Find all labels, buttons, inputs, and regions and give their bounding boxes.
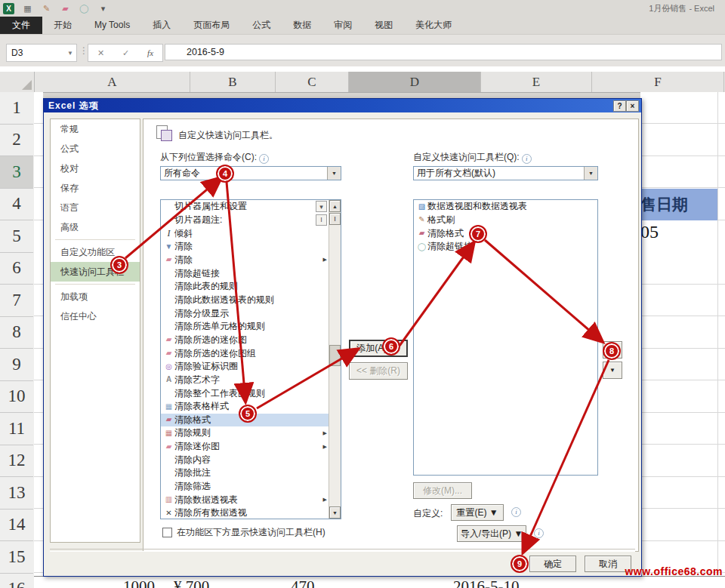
format-painter-icon[interactable]: ✎ [41, 3, 52, 14]
command-清除内容[interactable]: 清除内容 [161, 453, 329, 466]
info-icon[interactable]: i [259, 154, 269, 164]
tab-插入[interactable]: 插入 [141, 17, 182, 34]
column-header-A[interactable]: A [35, 72, 190, 92]
row-header-12[interactable]: 12 [0, 445, 33, 478]
sheet-cells-right[interactable] [640, 92, 725, 588]
show-below-ribbon-checkbox[interactable] [162, 528, 172, 537]
command-清除整个工作表的规则[interactable]: 清除整个工作表的规则 [161, 386, 329, 400]
nav-item-高级[interactable]: 高级 [51, 217, 140, 237]
command-清除所选的迷你图组[interactable]: ▰清除所选的迷你图组 [161, 346, 329, 360]
command-清除艺术字[interactable]: A清除艺术字 [161, 374, 329, 387]
command-切片器属性和设置[interactable]: 切片器属性和设置▾ [161, 200, 329, 214]
move-down-button[interactable]: ▼ [603, 362, 622, 379]
formula-input[interactable]: 2016-5-9 [165, 44, 722, 60]
row-header-11[interactable]: 11 [0, 413, 33, 445]
choose-commands-dropdown[interactable]: 所有命令 ▼ [160, 166, 341, 180]
command-清除超链接[interactable]: 清除超链接 [161, 266, 329, 280]
scroll-down-icon[interactable]: ▼ [329, 506, 341, 519]
info-icon[interactable]: i [511, 507, 521, 517]
tab-美化大师[interactable]: 美化大师 [404, 17, 463, 34]
chevron-down-icon[interactable]: ▼ [584, 167, 597, 180]
select-all-corner[interactable] [0, 72, 35, 92]
clear-hyperlinks-icon[interactable]: ◯ [79, 3, 90, 14]
nav-item-语言[interactable]: 语言 [51, 198, 140, 217]
cancel-icon[interactable]: ✕ [97, 48, 104, 58]
tab-数据[interactable]: 数据 [282, 17, 322, 34]
command-清除验证标识圈[interactable]: ◎清除验证标识圈 [161, 360, 329, 374]
tab-文件[interactable]: 文件 [0, 17, 42, 34]
reset-button[interactable]: 重置(E) ▼ [451, 504, 504, 521]
qat-item-格式刷[interactable]: ✎格式刷 [414, 214, 597, 227]
enter-icon[interactable]: ✓ [122, 48, 129, 58]
row-header-10[interactable]: 10 [0, 381, 33, 414]
command-清除规则[interactable]: ▦清除规则▶ [161, 426, 329, 440]
qat-item-清除超链接[interactable]: ◯清除超链接 [414, 240, 597, 254]
column-header-E[interactable]: E [481, 72, 592, 92]
row-header-15[interactable]: 15 [0, 541, 33, 574]
row-header-14[interactable]: 14 [0, 509, 33, 542]
name-box[interactable]: D3 ▼ [6, 44, 77, 62]
row-header-4[interactable]: 4 [0, 189, 33, 221]
qat-dropdown-icon[interactable]: ▾ [97, 3, 109, 14]
help-icon[interactable]: ? [613, 100, 626, 112]
row-header-9[interactable]: 9 [0, 349, 33, 381]
row-header-16[interactable]: 16 [0, 574, 33, 588]
command-切片器题注:[interactable]: 切片器题注:I [161, 214, 329, 227]
row-header-5[interactable]: 5 [0, 220, 33, 253]
command-清除批注[interactable]: 清除批注 [161, 466, 329, 480]
command-清除所选的迷你图[interactable]: ▰清除所选的迷你图 [161, 334, 329, 347]
scroll-up-icon[interactable]: ▲ [329, 200, 341, 212]
tab-页面布局[interactable]: 页面布局 [182, 17, 241, 34]
info-icon[interactable]: i [522, 154, 532, 164]
tab-公式[interactable]: 公式 [241, 17, 282, 34]
row-header-3[interactable]: 3 [0, 156, 33, 189]
command-倾斜[interactable]: I倾斜 [161, 226, 329, 240]
command-清除此表的规则[interactable]: 清除此表的规则 [161, 280, 329, 294]
import-export-button[interactable]: 导入/导出(P) ▼ [457, 525, 526, 542]
command-清除迷你图[interactable]: ▰清除迷你图▶ [161, 440, 329, 454]
insert-function-icon[interactable]: fx [147, 48, 153, 57]
sales-date-header-cell[interactable]: 售日期 [640, 189, 717, 220]
command-清除所选单元格的规则[interactable]: 清除所选单元格的规则 [161, 320, 329, 334]
scroll-thumb[interactable] [329, 345, 341, 366]
column-header-D[interactable]: D [349, 72, 481, 92]
pivot-table-icon[interactable]: ▦ [22, 3, 33, 14]
command-清除数据透视表[interactable]: ▥清除数据透视表▶ [161, 493, 329, 506]
command-清除[interactable]: ▰清除▶ [161, 254, 329, 267]
row-header-13[interactable]: 13 [0, 477, 33, 509]
qat-item-清除格式[interactable]: ▰清除格式 [414, 226, 597, 240]
commands-scrollbar[interactable]: ▲I▼ [329, 200, 341, 519]
date-cell-partial[interactable]: 05 [640, 222, 659, 242]
name-box-dropdown-icon[interactable]: ▼ [64, 50, 76, 57]
nav-item-信任中心[interactable]: 信任中心 [51, 306, 140, 326]
nav-item-加载项[interactable]: 加载项 [51, 287, 140, 306]
commands-listbox[interactable]: 切片器属性和设置▾切片器题注:II倾斜▼清除▰清除▶清除超链接清除此表的规则清除… [160, 199, 341, 519]
command-清除所有数据透视[interactable]: ✕清除所有数据透视 [161, 506, 329, 519]
row-header-2[interactable]: 2 [0, 125, 33, 157]
close-icon[interactable]: × [626, 100, 639, 112]
excel-logo-icon[interactable]: X [3, 3, 14, 14]
column-header-F[interactable]: F [592, 72, 724, 92]
tab-审阅[interactable]: 审阅 [322, 17, 363, 34]
column-header-C[interactable]: C [276, 72, 349, 92]
info-icon[interactable]: i [534, 528, 544, 538]
command-清除[interactable]: ▼清除 [161, 240, 329, 254]
tab-开始[interactable]: 开始 [42, 17, 83, 34]
command-清除此数据透视表的规则[interactable]: 清除此数据透视表的规则 [161, 294, 329, 307]
qat-item-数据透视图和数据透视表[interactable]: ▨数据透视图和数据透视表 [414, 200, 597, 214]
tab-视图[interactable]: 视图 [363, 17, 404, 34]
nav-item-保存[interactable]: 保存 [51, 178, 140, 198]
column-header-B[interactable]: B [190, 72, 276, 92]
dialog-title-bar[interactable]: Excel 选项 [44, 99, 641, 112]
nav-item-公式[interactable]: 公式 [51, 139, 140, 159]
qat-scope-dropdown[interactable]: 用于所有文档(默认) ▼ [413, 166, 598, 180]
modify-button[interactable]: 修改(M)... [413, 482, 472, 499]
command-清除分级显示[interactable]: 清除分级显示 [161, 306, 329, 320]
ok-button[interactable]: 确定 [529, 556, 576, 572]
clear-formats-icon[interactable]: ▰ [60, 3, 71, 14]
tab-My Tools[interactable]: My Tools [83, 17, 141, 34]
nav-item-常规[interactable]: 常规 [51, 119, 140, 139]
command-清除筛选[interactable]: 清除筛选 [161, 480, 329, 494]
row-header-8[interactable]: 8 [0, 317, 33, 349]
remove-button[interactable]: << 删除(R) [349, 362, 408, 380]
